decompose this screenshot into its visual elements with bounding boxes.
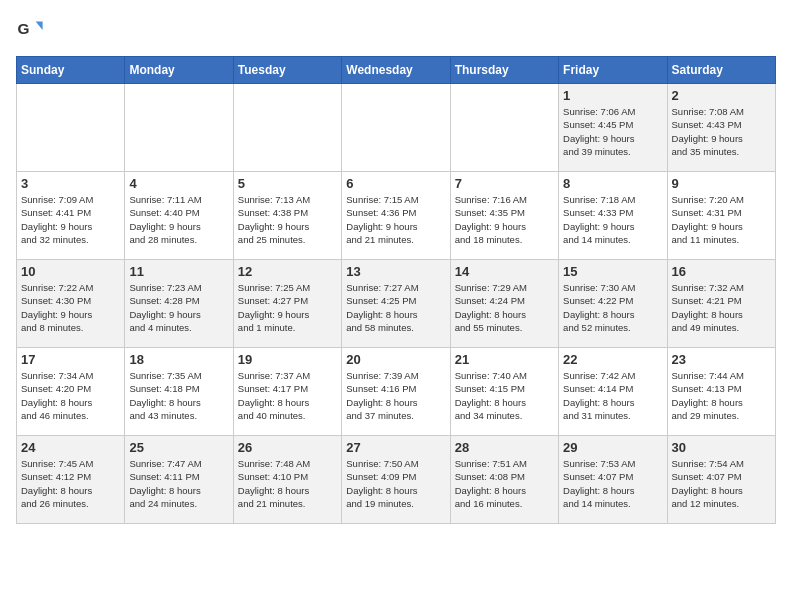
calendar-cell: 15Sunrise: 7:30 AM Sunset: 4:22 PM Dayli… [559,260,667,348]
day-number: 4 [129,176,228,191]
day-number: 24 [21,440,120,455]
day-number: 15 [563,264,662,279]
calendar-cell: 23Sunrise: 7:44 AM Sunset: 4:13 PM Dayli… [667,348,775,436]
day-number: 2 [672,88,771,103]
day-info: Sunrise: 7:40 AM Sunset: 4:15 PM Dayligh… [455,369,554,422]
day-number: 25 [129,440,228,455]
day-info: Sunrise: 7:48 AM Sunset: 4:10 PM Dayligh… [238,457,337,510]
calendar-cell: 21Sunrise: 7:40 AM Sunset: 4:15 PM Dayli… [450,348,558,436]
day-info: Sunrise: 7:08 AM Sunset: 4:43 PM Dayligh… [672,105,771,158]
day-number: 10 [21,264,120,279]
calendar-cell: 19Sunrise: 7:37 AM Sunset: 4:17 PM Dayli… [233,348,341,436]
day-info: Sunrise: 7:51 AM Sunset: 4:08 PM Dayligh… [455,457,554,510]
day-info: Sunrise: 7:16 AM Sunset: 4:35 PM Dayligh… [455,193,554,246]
calendar-cell [17,84,125,172]
logo: G [16,16,48,44]
day-info: Sunrise: 7:39 AM Sunset: 4:16 PM Dayligh… [346,369,445,422]
calendar-cell: 1Sunrise: 7:06 AM Sunset: 4:45 PM Daylig… [559,84,667,172]
day-info: Sunrise: 7:30 AM Sunset: 4:22 PM Dayligh… [563,281,662,334]
day-number: 17 [21,352,120,367]
calendar-cell: 11Sunrise: 7:23 AM Sunset: 4:28 PM Dayli… [125,260,233,348]
day-info: Sunrise: 7:18 AM Sunset: 4:33 PM Dayligh… [563,193,662,246]
calendar-cell: 30Sunrise: 7:54 AM Sunset: 4:07 PM Dayli… [667,436,775,524]
calendar-cell: 12Sunrise: 7:25 AM Sunset: 4:27 PM Dayli… [233,260,341,348]
calendar-cell: 25Sunrise: 7:47 AM Sunset: 4:11 PM Dayli… [125,436,233,524]
day-info: Sunrise: 7:54 AM Sunset: 4:07 PM Dayligh… [672,457,771,510]
calendar-cell: 18Sunrise: 7:35 AM Sunset: 4:18 PM Dayli… [125,348,233,436]
day-number: 3 [21,176,120,191]
day-number: 26 [238,440,337,455]
day-info: Sunrise: 7:23 AM Sunset: 4:28 PM Dayligh… [129,281,228,334]
calendar-cell: 4Sunrise: 7:11 AM Sunset: 4:40 PM Daylig… [125,172,233,260]
day-number: 22 [563,352,662,367]
calendar-cell: 17Sunrise: 7:34 AM Sunset: 4:20 PM Dayli… [17,348,125,436]
logo-icon: G [16,16,44,44]
day-info: Sunrise: 7:42 AM Sunset: 4:14 PM Dayligh… [563,369,662,422]
day-number: 29 [563,440,662,455]
calendar-cell [125,84,233,172]
calendar-cell: 24Sunrise: 7:45 AM Sunset: 4:12 PM Dayli… [17,436,125,524]
calendar-cell: 16Sunrise: 7:32 AM Sunset: 4:21 PM Dayli… [667,260,775,348]
day-info: Sunrise: 7:27 AM Sunset: 4:25 PM Dayligh… [346,281,445,334]
day-info: Sunrise: 7:37 AM Sunset: 4:17 PM Dayligh… [238,369,337,422]
day-number: 21 [455,352,554,367]
day-info: Sunrise: 7:50 AM Sunset: 4:09 PM Dayligh… [346,457,445,510]
calendar-cell: 7Sunrise: 7:16 AM Sunset: 4:35 PM Daylig… [450,172,558,260]
day-number: 5 [238,176,337,191]
weekday-header: Sunday [17,57,125,84]
calendar-cell: 26Sunrise: 7:48 AM Sunset: 4:10 PM Dayli… [233,436,341,524]
weekday-header: Tuesday [233,57,341,84]
day-info: Sunrise: 7:15 AM Sunset: 4:36 PM Dayligh… [346,193,445,246]
svg-marker-1 [36,22,43,30]
weekday-header: Thursday [450,57,558,84]
day-info: Sunrise: 7:06 AM Sunset: 4:45 PM Dayligh… [563,105,662,158]
calendar-cell: 2Sunrise: 7:08 AM Sunset: 4:43 PM Daylig… [667,84,775,172]
calendar-cell: 29Sunrise: 7:53 AM Sunset: 4:07 PM Dayli… [559,436,667,524]
day-info: Sunrise: 7:22 AM Sunset: 4:30 PM Dayligh… [21,281,120,334]
day-info: Sunrise: 7:11 AM Sunset: 4:40 PM Dayligh… [129,193,228,246]
day-number: 12 [238,264,337,279]
day-info: Sunrise: 7:29 AM Sunset: 4:24 PM Dayligh… [455,281,554,334]
day-info: Sunrise: 7:53 AM Sunset: 4:07 PM Dayligh… [563,457,662,510]
day-info: Sunrise: 7:25 AM Sunset: 4:27 PM Dayligh… [238,281,337,334]
day-number: 23 [672,352,771,367]
calendar-table: SundayMondayTuesdayWednesdayThursdayFrid… [16,56,776,524]
calendar-cell [342,84,450,172]
weekday-header: Monday [125,57,233,84]
calendar-cell: 28Sunrise: 7:51 AM Sunset: 4:08 PM Dayli… [450,436,558,524]
day-info: Sunrise: 7:13 AM Sunset: 4:38 PM Dayligh… [238,193,337,246]
day-number: 9 [672,176,771,191]
day-info: Sunrise: 7:32 AM Sunset: 4:21 PM Dayligh… [672,281,771,334]
calendar-cell: 13Sunrise: 7:27 AM Sunset: 4:25 PM Dayli… [342,260,450,348]
day-number: 8 [563,176,662,191]
day-number: 6 [346,176,445,191]
day-info: Sunrise: 7:34 AM Sunset: 4:20 PM Dayligh… [21,369,120,422]
calendar-cell: 3Sunrise: 7:09 AM Sunset: 4:41 PM Daylig… [17,172,125,260]
page-header: G [16,16,776,44]
day-number: 13 [346,264,445,279]
calendar-cell: 22Sunrise: 7:42 AM Sunset: 4:14 PM Dayli… [559,348,667,436]
day-number: 16 [672,264,771,279]
calendar-cell: 9Sunrise: 7:20 AM Sunset: 4:31 PM Daylig… [667,172,775,260]
day-info: Sunrise: 7:47 AM Sunset: 4:11 PM Dayligh… [129,457,228,510]
day-number: 30 [672,440,771,455]
day-info: Sunrise: 7:20 AM Sunset: 4:31 PM Dayligh… [672,193,771,246]
day-info: Sunrise: 7:09 AM Sunset: 4:41 PM Dayligh… [21,193,120,246]
weekday-header: Wednesday [342,57,450,84]
day-number: 11 [129,264,228,279]
day-info: Sunrise: 7:44 AM Sunset: 4:13 PM Dayligh… [672,369,771,422]
day-number: 18 [129,352,228,367]
weekday-header: Friday [559,57,667,84]
calendar-cell: 20Sunrise: 7:39 AM Sunset: 4:16 PM Dayli… [342,348,450,436]
calendar-cell: 14Sunrise: 7:29 AM Sunset: 4:24 PM Dayli… [450,260,558,348]
day-number: 27 [346,440,445,455]
day-number: 14 [455,264,554,279]
calendar-cell [450,84,558,172]
day-number: 19 [238,352,337,367]
day-number: 20 [346,352,445,367]
day-number: 1 [563,88,662,103]
day-info: Sunrise: 7:35 AM Sunset: 4:18 PM Dayligh… [129,369,228,422]
calendar-cell [233,84,341,172]
calendar-cell: 5Sunrise: 7:13 AM Sunset: 4:38 PM Daylig… [233,172,341,260]
weekday-header: Saturday [667,57,775,84]
